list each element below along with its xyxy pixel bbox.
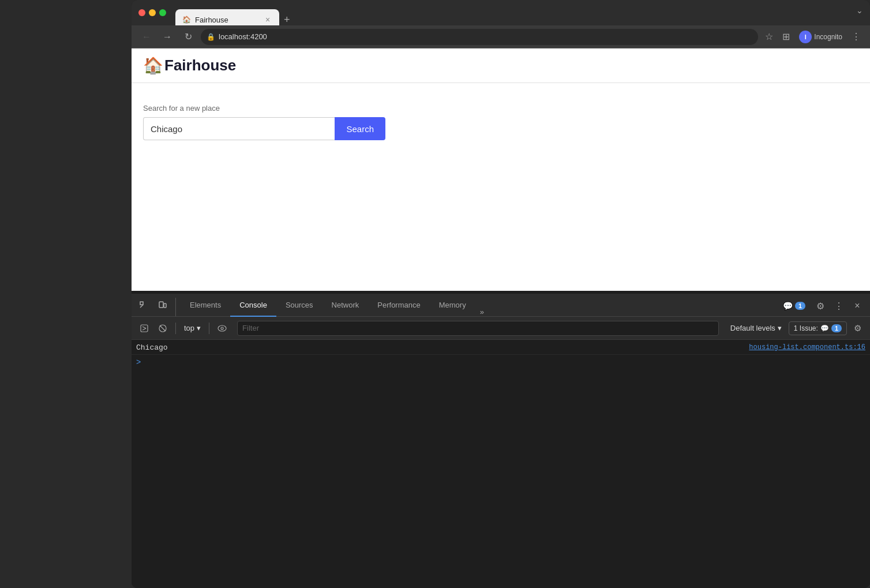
devtools-tab-memory[interactable]: Memory [430, 294, 475, 317]
levels-arrow-icon: ▾ [778, 324, 782, 332]
tab-close-button[interactable]: × [263, 15, 272, 24]
levels-label: Default levels [730, 324, 775, 332]
chevron-down-icon[interactable]: ⌄ [856, 6, 863, 15]
console-value: Chicago [136, 343, 737, 352]
maximize-window-button[interactable] [159, 9, 166, 16]
traffic-lights [138, 9, 166, 16]
profile-area[interactable]: I Incognito [797, 28, 845, 46]
new-tab-button[interactable]: + [279, 9, 295, 25]
brand: 🏠 Fairhouse [143, 56, 236, 75]
toolbar-left: top ▾ [136, 320, 230, 336]
toolbar-settings-button[interactable]: ⚙ [849, 320, 865, 336]
console-source-link[interactable]: housing-list.component.ts:16 [737, 343, 865, 351]
svg-rect-4 [141, 325, 148, 332]
default-levels-button[interactable]: Default levels ▾ [726, 321, 786, 335]
lock-icon: 🔒 [207, 33, 215, 41]
context-select[interactable]: top ▾ [181, 321, 204, 335]
devtools-tab-performance[interactable]: Performance [368, 294, 429, 317]
close-window-button[interactable] [138, 9, 145, 16]
browser-more-button[interactable]: ⋮ [849, 29, 863, 44]
svg-rect-2 [159, 302, 163, 308]
search-label: Search for a new place [143, 104, 858, 113]
svg-line-8 [160, 325, 166, 331]
devtools-tab-elements[interactable]: Elements [181, 294, 230, 317]
tab-title: Fairhouse [195, 16, 258, 24]
address-url: localhost:4200 [219, 32, 752, 41]
svg-rect-3 [164, 304, 166, 308]
badge-chat-icon: 💬 [783, 301, 793, 310]
badge-count: 1 [795, 302, 805, 310]
address-input-wrapper[interactable]: 🔒 localhost:4200 [201, 29, 758, 45]
toolbar-separator2 [209, 323, 209, 334]
browser-tab-active[interactable]: 🏠 Fairhouse × [175, 9, 279, 25]
devtools-tabs: Elements Console Sources Network Perform… [132, 294, 870, 317]
title-bar: 🏠 Fairhouse × + ⌄ [132, 0, 870, 25]
svg-point-10 [221, 327, 223, 329]
title-bar-actions: ⌄ [856, 6, 863, 15]
issues-badge-count: 1 [831, 324, 842, 332]
execute-script-button[interactable] [136, 320, 152, 336]
devtools-panel: Elements Console Sources Network Perform… [132, 294, 870, 588]
console-content: Chicago housing-list.component.ts:16 > [132, 340, 870, 588]
brand-name: Fairhouse [164, 57, 236, 74]
svg-line-5 [142, 327, 146, 328]
profile-label: Incognito [814, 33, 842, 41]
devtools-tab-network[interactable]: Network [322, 294, 369, 317]
browser-window: 🏠 Fairhouse × + ⌄ ← → ↻ 🔒 localhost:4200… [132, 0, 870, 588]
devtools-tabs-right: 💬 1 ⚙ ⋮ × [778, 298, 865, 316]
svg-rect-0 [140, 302, 143, 305]
console-prompt[interactable]: > [132, 355, 870, 369]
filter-input[interactable] [237, 321, 719, 336]
page-content: 🏠 Fairhouse Search for a new place Searc… [132, 48, 870, 291]
clear-console-button[interactable] [155, 320, 171, 336]
tab-bar: 🏠 Fairhouse × + [175, 0, 852, 25]
devtools-device-button[interactable] [155, 298, 171, 314]
brand-icon: 🏠 [143, 56, 163, 75]
toolbar-separator [175, 323, 176, 334]
devtools-badge-button[interactable]: 💬 1 [778, 299, 810, 313]
prompt-arrow-icon: > [136, 357, 141, 366]
devtools-icons-left [136, 298, 176, 316]
devtools-settings-button[interactable]: ⚙ [812, 298, 828, 314]
search-section: Search for a new place Search [132, 83, 870, 152]
app-header: 🏠 Fairhouse [132, 48, 870, 83]
forward-button[interactable]: → [159, 29, 175, 45]
devtools-inspect-button[interactable] [136, 298, 152, 314]
back-button[interactable]: ← [138, 29, 155, 45]
devtools-more-tabs[interactable]: » [475, 308, 489, 316]
refresh-button[interactable]: ↻ [180, 29, 196, 45]
search-input[interactable] [143, 117, 335, 140]
profile-icon: I [799, 31, 812, 43]
context-label: top [184, 324, 194, 332]
address-bar: ← → ↻ 🔒 localhost:4200 ☆ ⊞ I Incognito ⋮ [132, 25, 870, 48]
layout-button[interactable]: ⊞ [780, 29, 792, 44]
search-row: Search [143, 117, 385, 140]
devtools-toolbar: top ▾ Default levels ▾ 1 Issue: 💬 [132, 317, 870, 340]
minimize-window-button[interactable] [149, 9, 156, 16]
address-bar-right: ☆ ⊞ I Incognito ⋮ [763, 28, 863, 46]
issues-button[interactable]: 1 Issue: 💬 1 [789, 321, 847, 335]
devtools-tab-sources[interactable]: Sources [276, 294, 322, 317]
eye-button[interactable] [214, 320, 230, 336]
devtools-tab-console[interactable]: Console [230, 294, 276, 317]
bookmark-button[interactable]: ☆ [763, 29, 775, 44]
devtools-close-button[interactable]: × [849, 298, 865, 314]
context-arrow-icon: ▾ [197, 324, 201, 332]
tab-favicon-icon: 🏠 [182, 16, 190, 24]
devtools-more-button[interactable]: ⋮ [831, 298, 847, 314]
search-button[interactable]: Search [335, 117, 385, 140]
svg-line-6 [142, 328, 146, 330]
issues-badge-icon: 💬 [820, 324, 829, 332]
console-entry: Chicago housing-list.component.ts:16 [132, 342, 870, 355]
svg-point-9 [218, 325, 226, 331]
issues-label: 1 Issue: [794, 324, 818, 332]
